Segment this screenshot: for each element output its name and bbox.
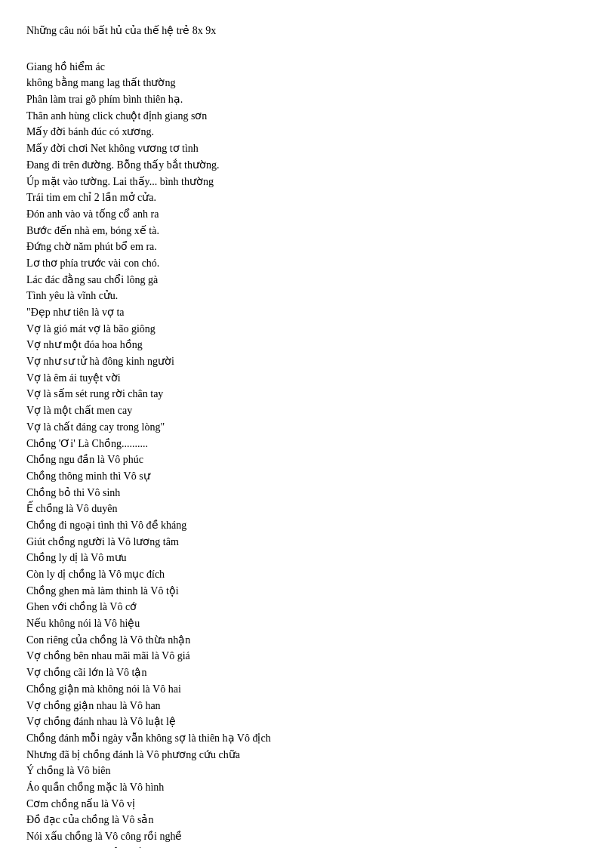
text-line: Gheo anh , em trai của chồng là Vô tình: [26, 845, 590, 848]
page-title: Những câu nói bất hủ của thế hệ trẻ 8x 9…: [26, 23, 590, 39]
text-line: Phân làm trai gõ phím bình thiên hạ.: [26, 91, 590, 108]
text-line: Bước đến nhà em, bóng xế tà.: [26, 223, 590, 239]
page-container: Những câu nói bất hủ của thế hệ trẻ 8x 9…: [26, 23, 590, 848]
text-line: Vợ như sư tử hà đông kinh người: [26, 353, 590, 370]
text-line: Chồng ghen mà làm thinh là Vô tội: [26, 583, 590, 600]
text-line: "Đẹp như tiên là vợ ta: [26, 304, 590, 321]
text-line: Đón anh vào và tống cổ anh ra: [26, 206, 590, 223]
text-line: Ế chồng là Vô duyên: [26, 501, 590, 517]
text-line: Áo quần chồng mặc là Vô hình: [26, 779, 590, 796]
text-line: Giang hồ hiểm ác: [26, 59, 590, 76]
text-line: Trái tim em chỉ 2 lần mở cửa.: [26, 190, 590, 206]
text-line: Vợ chồng bên nhau mãi mãi là Vô giá: [26, 648, 590, 665]
text-line: Con riêng của chồng là Vô thừa nhận: [26, 632, 590, 649]
text-line: Chồng đi ngoại tình thì Vô đề kháng: [26, 517, 590, 534]
text-line: Tình yêu là vĩnh cửu.: [26, 288, 590, 304]
text-line: Vợ là một chất men cay: [26, 402, 590, 419]
text-line: Mấy đời chơi Net không vương tơ tình: [26, 140, 590, 157]
text-line: Đồ đạc của chồng là Vô sản: [26, 812, 590, 828]
text-line: Chồng giận mà không nói là Vô hai: [26, 681, 590, 698]
text-line: Nếu không nói là Vô hiệu: [26, 615, 590, 632]
text-line: Chồng thông minh thì Vô sự: [26, 468, 590, 485]
empty-line: [26, 48, 590, 59]
text-line: Úp mặt vào tường. Lai thấy... bình thườn…: [26, 174, 590, 190]
text-line: Vợ như một đóa hoa hồng: [26, 337, 590, 353]
text-line: Vợ là gió mát vợ là bão giông: [26, 321, 590, 338]
text-line: Đang đi trên đường. Bỗng thấy bắt thường…: [26, 157, 590, 174]
text-line: Chồng bỏ thi Vô sinh: [26, 485, 590, 501]
text-line: Còn ly dị chồng là Vô mục đích: [26, 566, 590, 583]
text-line: Nhưng đã bị chồng đánh là Vô phương cứu …: [26, 747, 590, 763]
text-line: Vợ là chất đáng cay trong lòng": [26, 419, 590, 436]
text-line: Nói xấu chồng là Vô công rồi nghề: [26, 828, 590, 845]
text-line: Mấy đời bánh đúc có xương.: [26, 124, 590, 140]
text-line: Chồng đánh mỗi ngày vẫn không sợ là thiê…: [26, 730, 590, 747]
text-line: Cơm chồng nấu là Vô vị: [26, 796, 590, 813]
text-line: Lác đác đằng sau chổi lông gà: [26, 272, 590, 288]
text-line: Vợ chồng cãi lớn là Vô tận: [26, 665, 590, 681]
text-line: Thân anh hùng click chuột định giang sơn: [26, 108, 590, 125]
text-line: không bằng mang lag thất thường: [26, 75, 590, 91]
text-line: Ghen với chồng là Vô cớ: [26, 599, 590, 615]
text-line: Vợ là êm ái tuyệt vời: [26, 370, 590, 387]
text-line: Chồng ngu đần là Vô phúc: [26, 452, 590, 468]
text-line: Chồng ly dị là Vô mưu: [26, 550, 590, 566]
text-line: Chồng 'Ơi' Là Chồng..........: [26, 436, 590, 452]
text-line: Đứng chờ năm phút bổ em ra.: [26, 239, 590, 255]
text-line: Ý chồng là Vô biên: [26, 763, 590, 779]
text-line: Giút chồng người là Vô lương tâm: [26, 534, 590, 550]
text-line: Vợ chồng giận nhau là Vô han: [26, 698, 590, 714]
text-content: Giang hồ hiểm áckhông bằng mang lag thất…: [26, 48, 590, 848]
text-line: Vợ là sấm sét rung rời chân tay: [26, 386, 590, 402]
text-line: Lơ thơ phía trước vài con chó.: [26, 255, 590, 272]
text-line: Vợ chồng đánh nhau là Vô luật lệ: [26, 714, 590, 730]
